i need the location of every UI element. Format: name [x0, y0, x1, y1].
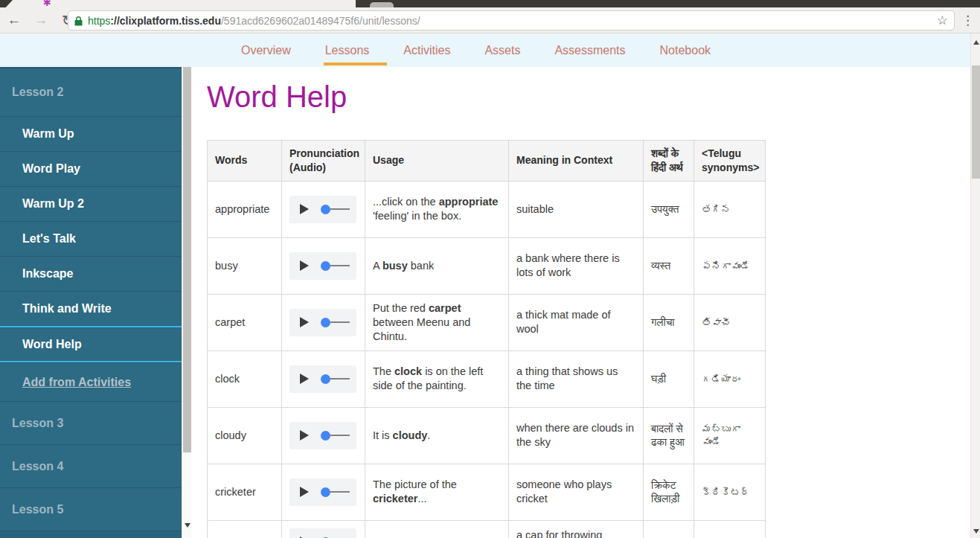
sidebar-item-lesson-4[interactable]: Lesson 4: [0, 444, 182, 487]
browser-menu-icon[interactable]: ⋮: [961, 13, 974, 28]
tab-overview[interactable]: Overview: [241, 33, 291, 67]
column-header: <Telugu synonyms>: [694, 141, 766, 182]
active-tab-underline: [324, 63, 388, 65]
audio-seek-track[interactable]: [330, 265, 350, 266]
bookmark-star-icon[interactable]: ☆: [937, 13, 948, 28]
secure-lock-icon: [74, 16, 83, 26]
audio-seek-track[interactable]: [330, 435, 350, 436]
sidebar-item-label: Lesson 5: [12, 503, 63, 516]
pronunciation-cell: [282, 464, 365, 520]
table-row: cloudyIt is cloudy.when there are clouds…: [208, 407, 766, 464]
play-icon[interactable]: [300, 260, 309, 271]
sidebar-item-label: Think and Write: [22, 302, 112, 316]
audio-seek-knob[interactable]: [321, 487, 330, 497]
meaning-cell: suitable: [509, 181, 644, 237]
browser-toolbar: ← → ↻ https://clixplatform.tiss.edu/591a…: [0, 7, 980, 33]
play-icon[interactable]: [300, 204, 309, 214]
page-scroll-up-icon[interactable]: [973, 40, 979, 45]
play-icon[interactable]: [300, 317, 309, 327]
audio-seek-track[interactable]: [330, 208, 350, 210]
sidebar-item-label: Warm Up 2: [22, 197, 84, 211]
tab-assessments[interactable]: Assessments: [554, 33, 625, 67]
audio-player[interactable]: [289, 309, 356, 336]
audio-seek-knob[interactable]: [321, 318, 330, 327]
sidebar-item-word-help[interactable]: Word Help: [0, 326, 182, 362]
audio-seek-track[interactable]: [330, 378, 350, 380]
play-icon[interactable]: [300, 374, 309, 384]
hindi-meaning-cell: उपयुक्त: [644, 181, 694, 237]
play-icon[interactable]: [300, 430, 309, 441]
sidebar-item-lesson-3[interactable]: Lesson 3: [0, 401, 182, 444]
page-viewport: OverviewLessonsActivitiesAssetsAssessmen…: [0, 33, 980, 538]
unit-tabs: OverviewLessonsActivitiesAssetsAssessmen…: [241, 33, 711, 67]
meaning-cell: a thing that shows us the time: [509, 350, 644, 407]
audio-player[interactable]: [289, 528, 356, 538]
sidebar-item-let-s-talk[interactable]: Let's Talk: [0, 221, 182, 256]
usage-cell: A busy bank: [365, 237, 509, 294]
sidebar-item-inkscape[interactable]: Inkscape: [0, 256, 182, 291]
audio-player[interactable]: [289, 422, 356, 449]
audio-seek-track[interactable]: [330, 491, 350, 493]
tab-assets[interactable]: Assets: [484, 33, 520, 67]
forward-button[interactable]: →: [33, 12, 49, 28]
tab-activities[interactable]: Activities: [403, 33, 450, 67]
pronunciation-cell: [282, 181, 365, 237]
table-body: appropriate...click on the appropriate '…: [208, 181, 766, 538]
page-scroll-down-icon[interactable]: [973, 529, 979, 534]
tab-label: Overview: [241, 44, 291, 57]
table-row: cricketerThe picture of the cricketer...…: [208, 464, 766, 520]
url-bar[interactable]: https://clixplatform.tiss.edu/591acd6269…: [68, 10, 955, 31]
audio-player[interactable]: [289, 478, 356, 506]
sidebar-item-lesson-5[interactable]: Lesson 5: [0, 487, 182, 531]
audio-seek-knob[interactable]: [321, 431, 330, 441]
sidebar-item-warm-up[interactable]: Warm Up: [0, 116, 182, 151]
tab-label: Lessons: [325, 44, 370, 57]
sidebar-item-add-from-activities[interactable]: Add from Activities: [0, 362, 182, 401]
tab-notebook[interactable]: Notebook: [660, 33, 711, 67]
tab-lessons[interactable]: Lessons: [325, 33, 370, 67]
table-row: a cap for throwing: [208, 520, 766, 538]
column-header: Pronunciation (Audio): [282, 141, 365, 182]
usage-cell: [365, 520, 509, 538]
sidebar-scroll-down-icon[interactable]: [185, 523, 190, 528]
table-header-row: WordsPronunciation (Audio)UsageMeaning i…: [208, 141, 766, 182]
sidebar-item-think-and-write[interactable]: Think and Write: [0, 291, 182, 326]
sidebar-scrollbar-thumb[interactable]: [183, 67, 191, 452]
inactive-tab-nub[interactable]: [370, 2, 394, 7]
sidebar-item-label: Lesson 3: [12, 417, 63, 430]
sidebar-item-lesson-2[interactable]: Lesson 2: [0, 68, 182, 116]
telugu-synonym-cell: గడియారం: [694, 350, 766, 407]
word-help-table: WordsPronunciation (Audio)UsageMeaning i…: [207, 140, 766, 538]
audio-player[interactable]: [289, 365, 356, 393]
sidebar-item-word-play[interactable]: Word Play: [0, 151, 182, 186]
usage-cell: ...click on the appropriate 'feeling' in…: [365, 181, 509, 237]
url-path: /591acd6269602a01489475f6/unit/lessons/: [221, 15, 420, 27]
sidebar-scrollbar[interactable]: [182, 67, 191, 538]
url-text[interactable]: https://clixplatform.tiss.edu/591acd6269…: [88, 15, 420, 27]
column-header: शब्दों के हिंदी अर्थ: [644, 141, 694, 182]
sidebar-item-label: Word Help: [22, 338, 82, 351]
page-scrollbar[interactable]: [970, 33, 980, 538]
audio-player[interactable]: [289, 252, 356, 280]
audio-player[interactable]: [289, 196, 356, 223]
audio-seek-knob[interactable]: [321, 374, 330, 384]
audio-seek-track[interactable]: [330, 321, 350, 323]
audio-seek-knob[interactable]: [321, 205, 330, 214]
table-row: appropriate...click on the appropriate '…: [208, 181, 766, 237]
audio-seek-knob[interactable]: [321, 261, 330, 271]
window-corner: [0, 0, 13, 7]
sidebar-item-label: Let's Talk: [22, 232, 76, 246]
tab-label: Assessments: [554, 44, 625, 57]
hindi-meaning-cell: व्यस्त: [644, 237, 694, 294]
word-cell: cricketer: [208, 464, 282, 520]
sidebar-item-warm-up-2[interactable]: Warm Up 2: [0, 186, 182, 221]
hindi-meaning-cell: क्रिकेट खिलाड़ी: [644, 464, 694, 520]
url-scheme: https: [88, 15, 110, 27]
back-button[interactable]: ←: [6, 12, 22, 28]
sidebar-item-label: Lesson 4: [12, 460, 63, 473]
word-cell: [208, 520, 282, 538]
telugu-synonym-cell: తగిన: [694, 181, 766, 237]
play-icon[interactable]: [300, 487, 309, 497]
page-scrollbar-thumb[interactable]: [972, 65, 980, 179]
column-header: Meaning in Context: [509, 141, 644, 182]
